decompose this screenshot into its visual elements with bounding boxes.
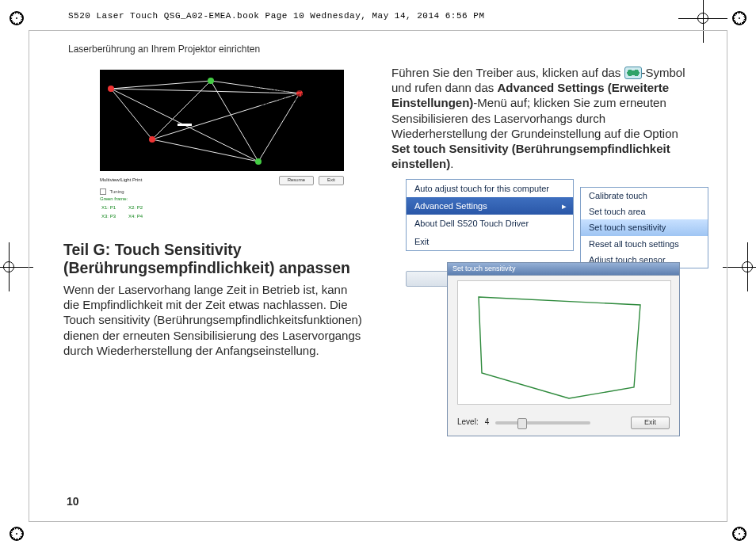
trim-line-bottom	[29, 521, 727, 522]
figure1-instruction-text: Step 1: Click on P1 then move the mouse …	[254, 71, 342, 106]
menu-item-advanced[interactable]: Advanced Settings	[407, 197, 573, 215]
sensitivity-window-title: Set touch sensitivity	[448, 263, 679, 276]
figure1-resume-button[interactable]: Resume	[279, 176, 314, 185]
trim-line-right	[727, 30, 727, 522]
figure1-readouts: X1: P1 X2: P2 X3: P3 X4: P4	[100, 203, 155, 223]
driver-tray-icon	[624, 67, 642, 79]
right-column: Führen Sie den Treiber aus, klicken auf …	[391, 65, 693, 436]
figure1-panel-title: Multiview/Light Print	[100, 177, 142, 184]
svg-point-3	[255, 158, 262, 165]
figure1-group-label: Tuning	[110, 188, 124, 193]
crop-mark-bottom-left	[10, 527, 24, 541]
svg-point-1	[208, 78, 214, 84]
svg-rect-5	[178, 124, 192, 126]
menu-item-auto-adjust[interactable]: Auto adjust touch for this computer	[407, 180, 573, 197]
svg-point-0	[108, 86, 114, 92]
svg-marker-6	[479, 297, 640, 398]
trim-line-left	[29, 30, 29, 522]
crop-mark-top-right	[732, 11, 746, 25]
registration-mark-top	[694, 10, 712, 27]
svg-point-4	[149, 136, 155, 143]
driver-steps-paragraph: Führen Sie den Treiber aus, klicken auf …	[391, 65, 693, 171]
crop-mark-top-left	[10, 11, 24, 25]
crop-mark-bottom-right	[732, 527, 746, 541]
figure1-checkbox[interactable]	[100, 188, 106, 195]
sensitivity-level-label: Level:	[457, 417, 479, 428]
book-header-line: S520 Laser Touch QSG_A02-EMEA.book Page …	[68, 11, 484, 21]
left-column: Step 1: Click on P1 then move the mouse …	[63, 70, 365, 363]
advanced-submenu: Calibrate touch Set touch area Set touch…	[580, 187, 708, 268]
section-g-body: Wenn der Laservorhang lange Zeit in Betr…	[63, 282, 365, 358]
menu-item-exit[interactable]: Exit	[407, 233, 573, 250]
registration-mark-right	[739, 258, 756, 276]
trim-line-top	[29, 30, 727, 31]
submenu-set-area[interactable]: Set touch area	[581, 204, 708, 219]
sensitivity-exit-button[interactable]: Exit	[631, 417, 670, 429]
figure-context-menu: Auto adjust touch for this computer Adva…	[406, 179, 739, 250]
submenu-calibrate[interactable]: Calibrate touch	[581, 188, 708, 204]
sensitivity-level-value: 4	[485, 417, 490, 428]
submenu-reset[interactable]: Reset all touch settings	[581, 236, 708, 252]
registration-mark-left	[0, 258, 17, 276]
menu-item-about[interactable]: About Dell S520 Touch Driver	[407, 215, 573, 232]
page-number: 10	[67, 495, 79, 508]
sensitivity-canvas	[457, 280, 671, 405]
section-g-heading: Teil G: Touch Sensitivity (Berührungsemp…	[63, 241, 365, 277]
figure-sensitivity-window: Set touch sensitivity Level: 4 Exit	[447, 262, 680, 436]
section-header: Laserberührung an Ihrem Projektor einric…	[68, 44, 260, 55]
figure-wireframe-calibration: Step 1: Click on P1 then move the mouse …	[100, 70, 344, 233]
tray-main-menu: Auto adjust touch for this computer Adva…	[406, 179, 574, 250]
figure1-green-frame-label: Green frame:	[100, 196, 344, 203]
sensitivity-slider[interactable]	[495, 421, 590, 424]
figure1-exit-button[interactable]: Exit	[319, 176, 344, 185]
submenu-set-sensitivity[interactable]: Set touch sensitivity	[581, 219, 708, 235]
sensitivity-polygon-icon	[458, 281, 670, 404]
